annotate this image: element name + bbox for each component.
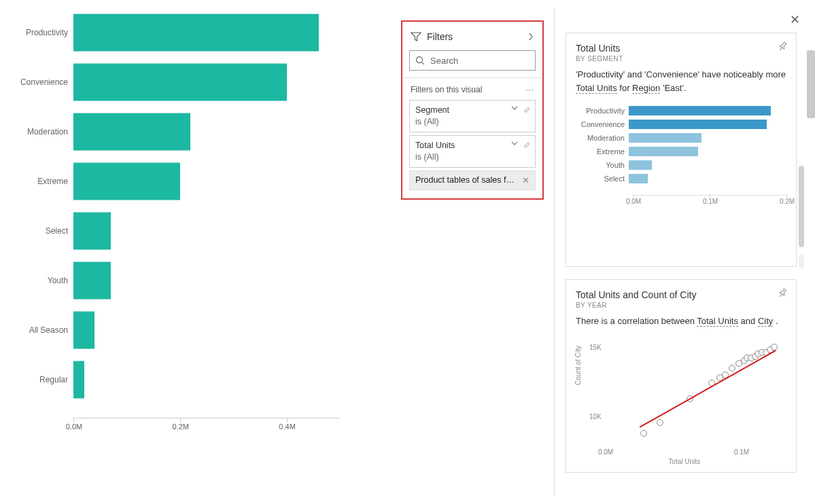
bar[interactable] (73, 212, 111, 249)
bar[interactable] (629, 160, 652, 170)
category-label: Moderation (576, 134, 629, 142)
insight2-scatter-chart[interactable]: Count of City 15K 10K 0.0M 0.1M Total Un… (576, 336, 786, 465)
search-placeholder: Search (430, 56, 458, 66)
bar[interactable] (629, 174, 648, 183)
filters-search-input[interactable]: Search (409, 50, 536, 71)
bar-row: Extreme (576, 145, 786, 158)
pane-divider (554, 8, 555, 496)
bar-row: All Season (0, 311, 394, 348)
bar[interactable] (629, 120, 767, 129)
search-icon (415, 56, 425, 65)
scatter-point[interactable] (640, 430, 647, 437)
bar[interactable] (629, 147, 698, 156)
card-title: Total Units and Count of City (576, 289, 786, 300)
x-tick-label: 0.2M (778, 198, 797, 205)
eraser-icon[interactable] (523, 105, 531, 113)
card-title: Total Units (576, 43, 786, 54)
x-axis-title: Total Units (668, 458, 700, 465)
bar-row: Select (0, 212, 394, 249)
x-tick-label: 0.0M (624, 198, 643, 205)
bar[interactable] (73, 262, 111, 299)
main-chart-x-axis: 0.0M 0.2M 0.4M (73, 418, 340, 431)
trend-line (640, 350, 776, 427)
y-tick-label: 15K (589, 343, 602, 350)
close-icon[interactable]: ✕ (522, 175, 530, 185)
bar[interactable] (629, 133, 701, 143)
filter-card-segment[interactable]: Segment is (All) (409, 100, 536, 132)
category-label: Extreme (0, 177, 68, 186)
bar-row: Convenience (0, 63, 394, 101)
bar-row: Regular (0, 361, 394, 398)
insights-scrollbar-thumb[interactable] (799, 254, 804, 269)
bar[interactable] (629, 106, 771, 115)
x-tick-label: 0.1M (734, 448, 749, 456)
category-label: Regular (0, 375, 68, 384)
bar[interactable] (73, 113, 190, 150)
x-tick-label: 0.4M (277, 422, 298, 431)
filter-card-total-units[interactable]: Total Units is (All) (409, 135, 536, 168)
insight-card-total-units-by-segment[interactable]: Total Units BY SEGMENT 'Productivity' an… (566, 33, 797, 267)
filter-drag-chip[interactable]: Product tables of sales f… ✕ (409, 170, 536, 190)
category-label: Moderation (0, 127, 68, 137)
category-label: All Season (0, 325, 68, 335)
close-panel-button[interactable]: ✕ (790, 12, 800, 27)
scatter-point[interactable] (729, 365, 735, 372)
x-tick-label: 0.0M (598, 448, 613, 456)
svg-point-0 (417, 57, 423, 63)
scatter-point[interactable] (657, 419, 663, 426)
category-label: Convenience (576, 120, 629, 128)
y-axis-title: Count of City (574, 346, 582, 385)
x-tick-label: 0.1M (701, 198, 720, 205)
bar[interactable] (73, 63, 287, 101)
category-label: Productivity (576, 107, 629, 115)
bar-row: Convenience (576, 118, 786, 131)
category-label: Youth (576, 161, 629, 169)
filters-section-title: Filters on this visual ··· (402, 78, 542, 97)
insights-panel: Total Units BY SEGMENT 'Productivity' an… (566, 33, 797, 485)
x-tick-label: 0.0M (64, 422, 84, 431)
bar-row: Moderation (0, 113, 394, 150)
insights-scrollbar-thumb[interactable] (799, 166, 804, 247)
card-description: There is a correlation between Total Uni… (576, 314, 786, 328)
bar-row: Youth (0, 262, 394, 299)
insights-scrollbar[interactable] (807, 50, 815, 118)
bar-row: Productivity (576, 104, 786, 118)
category-label: Select (576, 175, 629, 183)
bar-row: Moderation (576, 131, 786, 145)
card-subtitle: BY YEAR (576, 302, 786, 309)
bar-row: Productivity (0, 14, 394, 51)
y-tick-label: 10K (589, 413, 602, 420)
scatter-point[interactable] (771, 344, 778, 350)
bar-row: Select (576, 172, 786, 185)
bar[interactable] (73, 162, 180, 200)
chevron-down-icon[interactable] (510, 105, 519, 111)
bar[interactable] (73, 361, 84, 398)
filter-field-state: is (All) (415, 151, 530, 163)
filters-pane: Filters Search Filters on this visual ··… (401, 20, 544, 200)
filter-field-state: is (All) (415, 116, 530, 128)
insight1-bar-chart[interactable]: ProductivityConvenienceModerationExtreme… (576, 104, 786, 206)
category-label: Convenience (0, 77, 68, 87)
category-label: Select (0, 226, 68, 236)
bar[interactable] (73, 14, 319, 51)
bar[interactable] (73, 311, 94, 348)
category-label: Extreme (576, 147, 629, 156)
eraser-icon[interactable] (523, 140, 531, 148)
card-description: 'Productivity' and 'Convenience' have no… (576, 68, 786, 94)
bar-row: Extreme (0, 162, 394, 200)
chip-label: Product tables of sales f… (415, 175, 515, 185)
main-bar-chart[interactable]: ProductivityConvenienceModerationExtreme… (0, 14, 394, 435)
x-tick-label: 0.2M (171, 422, 191, 431)
card-subtitle: BY SEGMENT (576, 55, 786, 62)
filters-header[interactable]: Filters (402, 29, 542, 48)
filter-icon (411, 31, 421, 42)
category-label: Youth (0, 276, 68, 285)
chevron-right-icon[interactable] (527, 33, 534, 41)
insight-card-units-city-by-year[interactable]: Total Units and Count of City BY YEAR Th… (566, 279, 797, 473)
more-icon[interactable]: ··· (525, 85, 534, 94)
category-label: Productivity (0, 28, 68, 37)
chevron-down-icon[interactable] (510, 140, 519, 147)
bar-row: Youth (576, 158, 786, 172)
filters-title: Filters (427, 31, 527, 42)
